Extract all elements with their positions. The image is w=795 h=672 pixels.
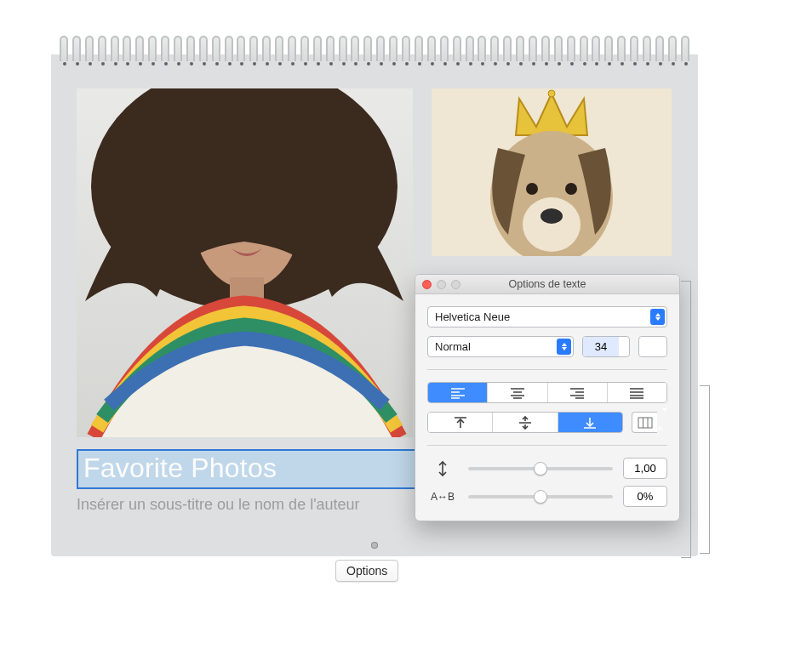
valign-middle-icon bbox=[518, 416, 533, 430]
valign-bottom-icon bbox=[582, 416, 598, 430]
minimize-icon bbox=[437, 280, 446, 289]
horizontal-align-segment[interactable] bbox=[427, 382, 667, 403]
line-spacing-value[interactable]: 1,00 bbox=[623, 458, 667, 479]
align-justify-button[interactable] bbox=[608, 383, 666, 402]
svg-point-12 bbox=[565, 183, 577, 195]
font-size-stepper[interactable] bbox=[582, 336, 630, 357]
svg-point-11 bbox=[526, 183, 538, 195]
line-spacing-icon bbox=[427, 460, 458, 477]
valign-top-button[interactable] bbox=[428, 413, 493, 432]
divider bbox=[427, 445, 667, 446]
font-weight-value: Normal bbox=[435, 340, 471, 353]
font-weight-select[interactable]: Normal bbox=[427, 336, 574, 357]
align-left-icon bbox=[449, 387, 466, 399]
options-button[interactable]: Options bbox=[335, 560, 398, 582]
align-center-icon bbox=[509, 387, 526, 399]
font-size-input[interactable] bbox=[583, 337, 619, 356]
spiral-binding bbox=[51, 36, 698, 61]
columns-icon bbox=[638, 417, 653, 429]
valign-top-icon bbox=[453, 416, 468, 430]
svg-point-7 bbox=[548, 90, 555, 97]
zoom-icon bbox=[451, 280, 460, 289]
columns-popup[interactable] bbox=[632, 412, 667, 433]
stepper-caret-icon bbox=[650, 309, 665, 325]
text-options-panel: Options de texte Helvetica Neue Normal bbox=[415, 274, 680, 521]
align-right-button[interactable] bbox=[548, 383, 608, 402]
align-left-button[interactable] bbox=[428, 383, 488, 402]
callout-bracket bbox=[681, 281, 691, 558]
divider bbox=[427, 369, 667, 370]
svg-point-10 bbox=[540, 208, 563, 224]
svg-rect-32 bbox=[638, 418, 652, 428]
font-family-value: Helvetica Neue bbox=[435, 310, 510, 323]
callout-bracket bbox=[700, 385, 710, 554]
align-right-icon bbox=[569, 387, 586, 399]
font-family-select[interactable]: Helvetica Neue bbox=[427, 306, 667, 327]
tracking-slider[interactable] bbox=[468, 488, 613, 505]
vertical-align-segment[interactable] bbox=[427, 412, 623, 433]
align-center-button[interactable] bbox=[488, 383, 547, 402]
text-color-swatch[interactable] bbox=[638, 336, 667, 357]
svg-point-9 bbox=[523, 197, 581, 252]
page-handle[interactable] bbox=[371, 542, 378, 549]
align-justify-icon bbox=[628, 387, 645, 399]
tracking-value[interactable]: 0% bbox=[623, 486, 667, 507]
stepper-caret-icon bbox=[657, 412, 667, 433]
tracking-label: A↔B bbox=[427, 491, 458, 503]
panel-titlebar: Options de texte bbox=[415, 275, 679, 294]
valign-bottom-button[interactable] bbox=[558, 413, 622, 432]
stepper-caret-icon bbox=[557, 339, 571, 355]
close-icon[interactable] bbox=[422, 280, 432, 289]
valign-middle-button[interactable] bbox=[493, 413, 558, 432]
stepper-caret-icon bbox=[619, 337, 629, 356]
photo-secondary[interactable] bbox=[432, 88, 672, 256]
photo-main[interactable] bbox=[77, 88, 413, 437]
line-spacing-slider[interactable] bbox=[468, 460, 613, 477]
